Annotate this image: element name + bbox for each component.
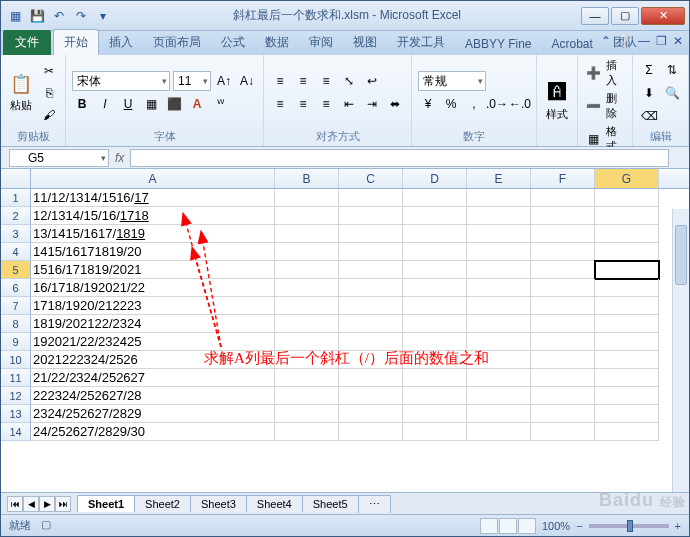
- cell-C6[interactable]: [339, 279, 403, 297]
- sheet-prev-icon[interactable]: ◀: [23, 496, 39, 512]
- row-header[interactable]: 10: [1, 351, 31, 369]
- increase-font-icon[interactable]: A↑: [214, 71, 234, 91]
- tab-formulas[interactable]: 公式: [211, 30, 255, 55]
- cell-C7[interactable]: [339, 297, 403, 315]
- cell-D1[interactable]: [403, 189, 467, 207]
- fill-icon[interactable]: ⬇: [639, 83, 659, 103]
- cell-F4[interactable]: [531, 243, 595, 261]
- view-layout-icon[interactable]: [499, 518, 517, 534]
- cell-F7[interactable]: [531, 297, 595, 315]
- increase-indent-icon[interactable]: ⇥: [362, 94, 382, 114]
- align-left-icon[interactable]: ≡: [270, 94, 290, 114]
- cell-C12[interactable]: [339, 387, 403, 405]
- row-header[interactable]: 2: [1, 207, 31, 225]
- zoom-out-icon[interactable]: −: [576, 520, 582, 532]
- cell-G4[interactable]: [595, 243, 659, 261]
- cell-B9[interactable]: [275, 333, 339, 351]
- formula-bar[interactable]: [130, 149, 669, 167]
- cell-E3[interactable]: [467, 225, 531, 243]
- cell-F3[interactable]: [531, 225, 595, 243]
- save-icon[interactable]: 💾: [27, 6, 47, 26]
- vertical-scrollbar[interactable]: [672, 209, 689, 492]
- sheet-tab-Sheet2[interactable]: Sheet2: [134, 495, 191, 512]
- cell-E4[interactable]: [467, 243, 531, 261]
- grid-body[interactable]: 111/12/1314/1516/17212/1314/15/16/171831…: [1, 189, 689, 492]
- increase-decimal-icon[interactable]: .0→: [487, 94, 507, 114]
- cell-B11[interactable]: [275, 369, 339, 387]
- cell-A2[interactable]: 12/1314/15/16/1718: [31, 207, 275, 225]
- cell-A9[interactable]: 192021/22/232425: [31, 333, 275, 351]
- col-header-F[interactable]: F: [531, 169, 595, 188]
- col-header-A[interactable]: A: [31, 169, 275, 188]
- cell-B3[interactable]: [275, 225, 339, 243]
- cell-D10[interactable]: [403, 351, 467, 369]
- cell-G10[interactable]: [595, 351, 659, 369]
- ribbon-minimize-icon[interactable]: ⌃: [601, 34, 611, 48]
- cell-A1[interactable]: 11/12/1314/1516/17: [31, 189, 275, 207]
- cell-F10[interactable]: [531, 351, 595, 369]
- cell-C2[interactable]: [339, 207, 403, 225]
- col-header-D[interactable]: D: [403, 169, 467, 188]
- cell-C5[interactable]: [339, 261, 403, 279]
- row-header[interactable]: 3: [1, 225, 31, 243]
- cell-E7[interactable]: [467, 297, 531, 315]
- cell-E10[interactable]: [467, 351, 531, 369]
- cell-B7[interactable]: [275, 297, 339, 315]
- zoom-in-icon[interactable]: +: [675, 520, 681, 532]
- cell-B8[interactable]: [275, 315, 339, 333]
- font-color-button[interactable]: A: [187, 94, 207, 114]
- cell-G12[interactable]: [595, 387, 659, 405]
- cell-D11[interactable]: [403, 369, 467, 387]
- cell-D9[interactable]: [403, 333, 467, 351]
- cell-G8[interactable]: [595, 315, 659, 333]
- cell-E14[interactable]: [467, 423, 531, 441]
- col-header-G[interactable]: G: [595, 169, 659, 188]
- cell-D2[interactable]: [403, 207, 467, 225]
- cell-A13[interactable]: 2324/252627/2829: [31, 405, 275, 423]
- undo-icon[interactable]: ↶: [49, 6, 69, 26]
- cell-G9[interactable]: [595, 333, 659, 351]
- cell-B13[interactable]: [275, 405, 339, 423]
- cell-A3[interactable]: 13/1415/1617/1819: [31, 225, 275, 243]
- decrease-font-icon[interactable]: A↓: [237, 71, 257, 91]
- cell-E1[interactable]: [467, 189, 531, 207]
- cell-B5[interactable]: [275, 261, 339, 279]
- view-pagebreak-icon[interactable]: [518, 518, 536, 534]
- cell-F1[interactable]: [531, 189, 595, 207]
- row-header[interactable]: 8: [1, 315, 31, 333]
- cell-C1[interactable]: [339, 189, 403, 207]
- redo-icon[interactable]: ↷: [71, 6, 91, 26]
- help-icon[interactable]: ❔: [617, 34, 632, 48]
- cell-F13[interactable]: [531, 405, 595, 423]
- cell-F8[interactable]: [531, 315, 595, 333]
- close-button[interactable]: ✕: [641, 7, 685, 25]
- cell-G6[interactable]: [595, 279, 659, 297]
- col-header-C[interactable]: C: [339, 169, 403, 188]
- cell-G7[interactable]: [595, 297, 659, 315]
- align-bottom-icon[interactable]: ≡: [316, 71, 336, 91]
- row-header[interactable]: 1: [1, 189, 31, 207]
- cell-D3[interactable]: [403, 225, 467, 243]
- sheet-tab-Sheet1[interactable]: Sheet1: [77, 495, 135, 512]
- format-cells-icon[interactable]: ▦: [584, 129, 603, 149]
- cell-G5[interactable]: [595, 261, 659, 279]
- cell-B4[interactable]: [275, 243, 339, 261]
- cell-A7[interactable]: 1718/1920/212223: [31, 297, 275, 315]
- format-painter-icon[interactable]: 🖌: [39, 105, 59, 125]
- select-all-corner[interactable]: [1, 169, 31, 188]
- tab-review[interactable]: 审阅: [299, 30, 343, 55]
- merge-center-icon[interactable]: ⬌: [385, 94, 405, 114]
- clear-icon[interactable]: ⌫: [639, 106, 659, 126]
- cell-C9[interactable]: [339, 333, 403, 351]
- qat-dropdown-icon[interactable]: ▾: [93, 6, 113, 26]
- zoom-level[interactable]: 100%: [542, 520, 570, 532]
- row-header[interactable]: 5: [1, 261, 31, 279]
- cell-F11[interactable]: [531, 369, 595, 387]
- delete-cells-icon[interactable]: ➖: [584, 96, 603, 116]
- align-middle-icon[interactable]: ≡: [293, 71, 313, 91]
- workbook-minimize-icon[interactable]: —: [638, 34, 650, 48]
- cell-G13[interactable]: [595, 405, 659, 423]
- cell-C13[interactable]: [339, 405, 403, 423]
- cell-D6[interactable]: [403, 279, 467, 297]
- currency-icon[interactable]: ¥: [418, 94, 438, 114]
